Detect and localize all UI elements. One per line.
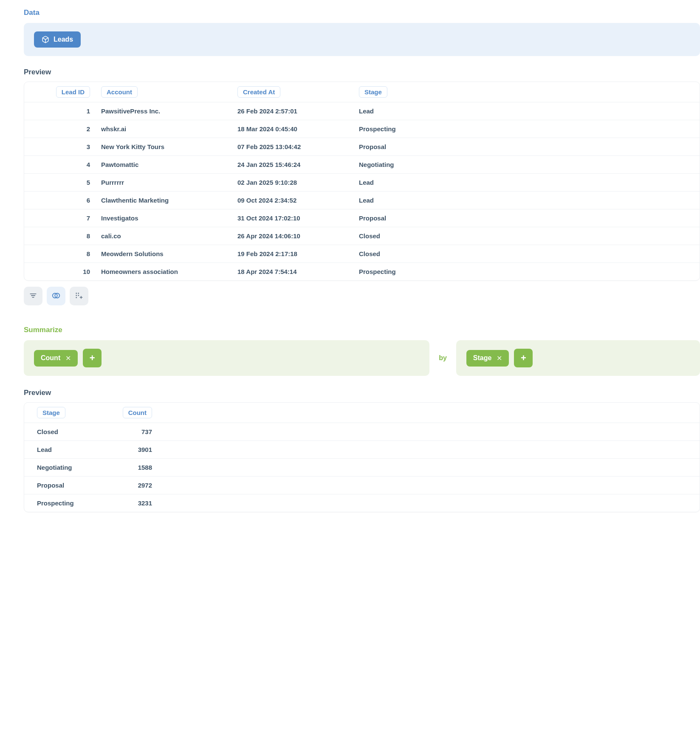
cell-stage: Lead	[359, 179, 444, 186]
cube-icon	[42, 36, 49, 43]
groupby-chip[interactable]: Stage ✕	[466, 350, 509, 367]
cell-lead-id: 3	[37, 143, 90, 150]
cell-account: whskr.ai	[101, 125, 226, 133]
cell-stage: Proposal	[359, 214, 444, 222]
preview2-label: Preview	[24, 389, 700, 397]
cell-created-at: 26 Apr 2024 14:06:10	[237, 232, 348, 240]
by-label: by	[439, 354, 447, 362]
summarize-row: Count ✕ + by Stage ✕ +	[24, 340, 700, 376]
cell-count: 3901	[103, 446, 152, 453]
close-icon[interactable]: ✕	[497, 354, 502, 362]
cell-stage: Prospecting	[37, 499, 92, 507]
cell-lead-id: 10	[37, 268, 90, 275]
preview1-table: Lead ID Account Created At Stage 1Pawsit…	[24, 82, 700, 281]
svg-rect-8	[78, 293, 79, 294]
svg-rect-10	[76, 297, 77, 298]
cell-stage: Lead	[359, 107, 444, 115]
table-row: 2whskr.ai18 Mar 2024 0:45:40Prospecting	[24, 120, 700, 138]
table-row: Closed737	[24, 423, 700, 441]
data-source-label: Leads	[54, 36, 73, 43]
table-row: 3New York Kitty Tours07 Feb 2025 13:04:4…	[24, 138, 700, 156]
cell-lead-id: 6	[37, 197, 90, 204]
cell-account: Pawtomattic	[101, 161, 226, 168]
table-row: 8cali.co26 Apr 2024 14:06:10Closed	[24, 227, 700, 245]
cell-lead-id: 5	[37, 179, 90, 186]
cell-created-at: 07 Feb 2025 13:04:42	[237, 143, 348, 150]
cell-account: PawsitivePress Inc.	[101, 107, 226, 115]
cell-lead-id: 2	[37, 125, 90, 133]
filter-button[interactable]	[24, 287, 42, 305]
close-icon[interactable]: ✕	[65, 354, 71, 362]
preview2-table: Stage Count Closed737Lead3901Negotiating…	[24, 402, 700, 512]
groupby-well: Stage ✕ +	[456, 340, 700, 376]
custom-column-button[interactable]	[70, 287, 88, 305]
action-bar	[24, 287, 700, 305]
preview1-header: Lead ID Account Created At Stage	[24, 82, 700, 102]
aggregation-chip-label: Count	[41, 354, 60, 362]
add-groupby-button[interactable]: +	[514, 349, 533, 367]
cell-stage: Lead	[37, 446, 92, 453]
cell-account: Homeowners association	[101, 268, 226, 275]
table-row: 10Homeowners association18 Apr 2024 7:54…	[24, 263, 700, 280]
cell-account: cali.co	[101, 232, 226, 240]
cell-created-at: 19 Feb 2024 2:17:18	[237, 250, 348, 257]
plus-icon: +	[90, 353, 95, 364]
cell-stage: Prospecting	[359, 125, 444, 133]
preview2-header: Stage Count	[24, 403, 700, 423]
cell-lead-id: 8	[37, 232, 90, 240]
cell-stage: Negotiating	[37, 464, 92, 471]
col2-stage[interactable]: Stage	[37, 407, 65, 418]
join-icon	[51, 291, 61, 302]
col2-count[interactable]: Count	[123, 407, 152, 418]
cell-stage: Closed	[359, 232, 444, 240]
cell-created-at: 31 Oct 2024 17:02:10	[237, 214, 348, 222]
custom-column-icon	[75, 291, 83, 301]
add-aggregation-button[interactable]: +	[83, 349, 102, 367]
data-well: Leads	[24, 23, 700, 56]
cell-created-at: 18 Mar 2024 0:45:40	[237, 125, 348, 133]
cell-account: Purrrrrr	[101, 179, 226, 186]
col-stage[interactable]: Stage	[359, 86, 387, 98]
col-lead-id[interactable]: Lead ID	[56, 86, 90, 98]
cell-count: 1588	[103, 464, 152, 471]
cell-account: New York Kitty Tours	[101, 143, 226, 150]
table-row: Proposal2972	[24, 477, 700, 494]
cell-count: 2972	[103, 482, 152, 489]
cell-stage: Proposal	[37, 482, 92, 489]
preview1-label: Preview	[24, 68, 700, 76]
summarize-label: Summarize	[24, 326, 700, 334]
table-row: 4Pawtomattic24 Jan 2025 15:46:24Negotiat…	[24, 156, 700, 174]
cell-stage: Negotiating	[359, 161, 444, 168]
aggregation-well: Count ✕ +	[24, 340, 429, 376]
table-row: 7Investigatos31 Oct 2024 17:02:10Proposa…	[24, 209, 700, 227]
cell-stage: Lead	[359, 197, 444, 204]
join-button[interactable]	[47, 287, 65, 305]
cell-created-at: 18 Apr 2024 7:54:14	[237, 268, 348, 275]
cell-lead-id: 7	[37, 214, 90, 222]
cell-stage: Closed	[359, 250, 444, 257]
svg-rect-7	[76, 295, 77, 296]
table-row: Negotiating1588	[24, 459, 700, 477]
filter-icon	[29, 291, 37, 301]
col-created-at[interactable]: Created At	[237, 86, 280, 98]
cell-created-at: 09 Oct 2024 2:34:52	[237, 197, 348, 204]
data-section-label: Data	[24, 8, 700, 17]
svg-rect-9	[78, 295, 79, 296]
plus-icon: +	[521, 353, 526, 364]
svg-rect-6	[76, 293, 77, 294]
table-row: Prospecting3231	[24, 494, 700, 512]
cell-count: 737	[103, 428, 152, 435]
cell-count: 3231	[103, 499, 152, 507]
cell-created-at: 02 Jan 2025 9:10:28	[237, 179, 348, 186]
cell-account: Investigatos	[101, 214, 226, 222]
aggregation-chip[interactable]: Count ✕	[34, 350, 78, 367]
cell-stage: Prospecting	[359, 268, 444, 275]
cell-lead-id: 4	[37, 161, 90, 168]
cell-stage: Closed	[37, 428, 92, 435]
table-row: 5Purrrrrr02 Jan 2025 9:10:28Lead	[24, 174, 700, 192]
col-account[interactable]: Account	[101, 86, 138, 98]
table-row: Lead3901	[24, 441, 700, 459]
data-source-button[interactable]: Leads	[34, 31, 81, 48]
table-row: 1PawsitivePress Inc.26 Feb 2024 2:57:01L…	[24, 102, 700, 120]
cell-account: Clawthentic Marketing	[101, 197, 226, 204]
